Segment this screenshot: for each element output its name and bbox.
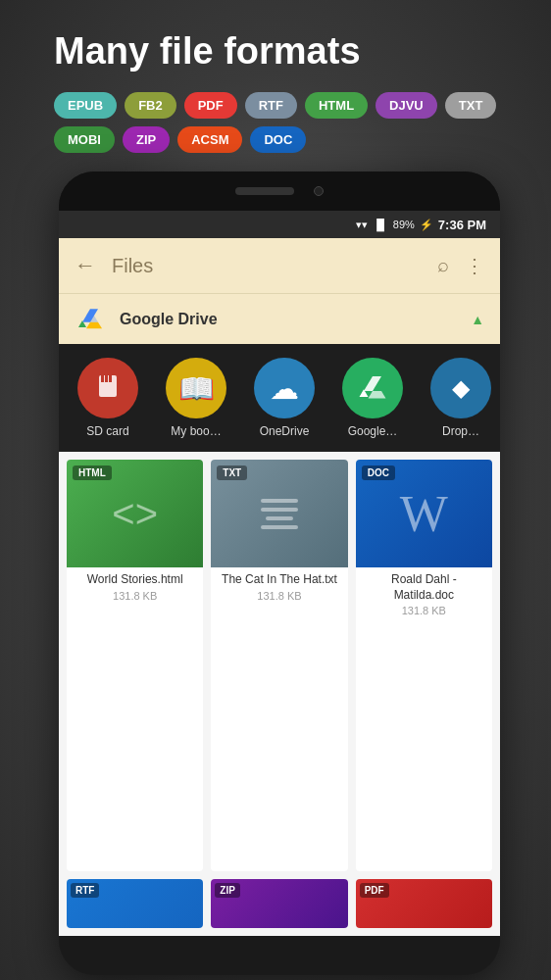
file-grid-bottom: RTF ZIP PDF (59, 879, 500, 936)
txt-filename: The Cat In The Hat.txt (215, 572, 343, 588)
file-thumb-html: HTML <> (67, 460, 203, 567)
file-thumb-txt: TXT (211, 460, 347, 567)
file-badge-txt: TXT (217, 466, 247, 480)
more-icon[interactable]: ⋮ (465, 254, 484, 277)
doc-icon: W (400, 485, 448, 543)
onedrive-icon-circle: ☁ (254, 358, 315, 418)
file-badge-rtf: RTF (71, 883, 99, 898)
phone-frame: ▾▾ ▐▌ 89% ⚡ 7:36 PM ← Files ⌕ ⋮ (59, 172, 500, 975)
file-thumb-pdf-partial: PDF (356, 879, 492, 928)
mybooks-icon-circle: 📖 (166, 358, 226, 418)
file-badge-pdf: PDF (360, 883, 389, 898)
sdcard-icon-circle (77, 358, 138, 418)
status-time: 7:36 PM (438, 218, 486, 232)
appbar-title: Files (112, 255, 422, 277)
gdrive-icon (75, 304, 106, 335)
file-card-txt[interactable]: TXT The Cat In The Hat.txt 131.8 KB (211, 460, 347, 871)
dropbox-icon-circle: ◆ (430, 358, 491, 418)
appbar-actions: ⌕ ⋮ (437, 254, 484, 277)
status-icons: ▾▾ ▐▌ 89% ⚡ 7:36 PM (356, 218, 486, 232)
storage-item-sdcard[interactable]: SD card (69, 358, 147, 438)
top-section: Many file formats EPUBFB2PDFRTFHTMLDJVUT… (0, 0, 551, 172)
speaker (235, 187, 294, 195)
badge-epub: EPUB (54, 92, 117, 119)
badge-rtf: RTF (245, 92, 297, 119)
line3 (266, 516, 293, 520)
svg-rect-3 (109, 375, 112, 382)
dropbox-label: Drop… (442, 424, 479, 438)
phone-screen: ▾▾ ▐▌ 89% ⚡ 7:36 PM ← Files ⌕ ⋮ (59, 211, 500, 936)
file-card-doc[interactable]: DOC W Roald Dahl - Matilda.doc 131.8 KB (356, 460, 492, 871)
file-info-html: World Stories.html 131.8 KB (67, 567, 203, 607)
txt-icon (261, 499, 298, 529)
storage-item-gdrive[interactable]: Google… (333, 358, 412, 438)
storage-item-onedrive[interactable]: ☁ OneDrive (245, 358, 324, 438)
html-filesize: 131.8 KB (71, 590, 199, 602)
status-bar: ▾▾ ▐▌ 89% ⚡ 7:36 PM (59, 211, 500, 238)
badge-pdf: PDF (184, 92, 237, 119)
camera (314, 186, 324, 196)
file-info-doc: Roald Dahl - Matilda.doc 131.8 KB (356, 567, 492, 621)
gdrive-row[interactable]: Google Drive ▲ (59, 293, 500, 344)
doc-filename: Roald Dahl - Matilda.doc (360, 572, 488, 603)
file-thumb-rtf-partial: RTF (67, 879, 203, 928)
storage-item-mybooks[interactable]: 📖 My boo… (157, 358, 235, 438)
file-card-html[interactable]: HTML <> World Stories.html 131.8 KB (67, 460, 203, 871)
svg-rect-2 (105, 375, 108, 382)
html-filename: World Stories.html (71, 572, 199, 588)
storage-item-dropbox[interactable]: ◆ Drop… (422, 358, 500, 438)
file-card-zip[interactable]: ZIP (211, 879, 347, 928)
phone-top-bar (59, 172, 500, 211)
gdrive-label: Google Drive (120, 311, 218, 328)
badge-acsm: ACSM (177, 126, 242, 153)
gdrive-arrow: ▲ (471, 312, 484, 327)
storage-scroll[interactable]: SD card 📖 My boo… ☁ OneDrive (59, 344, 500, 452)
badge-html: HTML (305, 92, 368, 119)
file-info-txt: The Cat In The Hat.txt 131.8 KB (211, 567, 347, 607)
battery-icon: ⚡ (420, 219, 433, 231)
badge-zip: ZIP (123, 126, 170, 153)
file-card-pdf[interactable]: PDF (356, 879, 492, 928)
sdcard-svg (91, 371, 125, 405)
badge-txt: TXT (445, 92, 497, 119)
gdrive-circle-svg (355, 370, 390, 406)
file-badge-doc: DOC (362, 466, 395, 480)
onedrive-label: OneDrive (260, 424, 310, 438)
txt-filesize: 131.8 KB (215, 590, 343, 602)
file-thumb-doc: DOC W (356, 460, 492, 567)
badge-mobi: MOBI (54, 126, 115, 153)
file-badge-zip: ZIP (215, 883, 240, 898)
file-badge-html: HTML (73, 466, 112, 480)
badge-doc: DOC (250, 126, 306, 153)
wifi-icon: ▾▾ (356, 219, 368, 231)
file-thumb-zip-partial: ZIP (211, 879, 347, 928)
mybooks-label: My boo… (171, 424, 221, 438)
line4 (261, 525, 298, 529)
file-card-rtf[interactable]: RTF (67, 879, 203, 928)
main-title: Many file formats (54, 29, 522, 74)
signal-icon: ▐▌ (373, 219, 388, 230)
html-icon: <> (112, 492, 158, 536)
badge-fb2: FB2 (125, 92, 176, 119)
search-icon[interactable]: ⌕ (437, 254, 449, 277)
line1 (261, 499, 298, 503)
back-button[interactable]: ← (75, 253, 96, 278)
doc-filesize: 131.8 KB (360, 605, 488, 616)
sdcard-label: SD card (86, 424, 128, 438)
svg-rect-1 (101, 375, 104, 382)
badge-djvu: DJVU (376, 92, 437, 119)
app-bar: ← Files ⌕ ⋮ (59, 238, 500, 293)
line2 (261, 508, 298, 512)
gdrive-source-label: Google… (348, 424, 398, 438)
battery-label: 89% (393, 219, 415, 230)
format-badges: EPUBFB2PDFRTFHTMLDJVUTXTMOBIZIPACSMDOC (54, 92, 522, 153)
gdrive-circle (342, 358, 403, 418)
file-grid: HTML <> World Stories.html 131.8 KB TXT (59, 452, 500, 879)
